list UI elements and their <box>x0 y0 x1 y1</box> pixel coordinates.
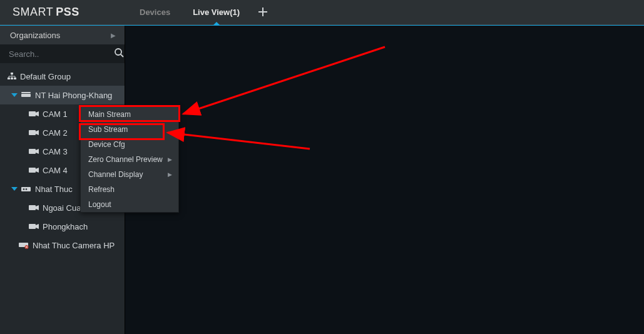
logo-text-2: PSS <box>56 6 79 19</box>
svg-rect-4 <box>11 78 13 79</box>
svg-rect-6 <box>21 94 31 97</box>
tree-label: Nhat Thuc Camera HP <box>33 241 115 250</box>
tab-label: Live View(1) <box>193 8 240 17</box>
logo-text-1: SMART <box>13 6 53 19</box>
organizations-header[interactable]: Organizations ▶ <box>0 26 125 44</box>
chevron-right-icon: ▶ <box>168 171 172 178</box>
search-input[interactable] <box>9 49 114 59</box>
ctx-main-stream[interactable]: Main Stream <box>81 107 178 122</box>
svg-rect-3 <box>8 78 10 79</box>
video-view-area[interactable] <box>125 26 644 334</box>
organizations-label: Organizations <box>10 31 60 40</box>
chevron-right-icon: ▶ <box>168 156 172 163</box>
top-bar: SMART PSS Devices Live View(1) <box>0 0 644 25</box>
camera-icon <box>29 167 39 173</box>
svg-rect-7 <box>21 92 31 93</box>
expand-icon <box>11 187 18 191</box>
tree-node-nvr[interactable]: NT Hai Phong-Khang <box>0 86 125 104</box>
tab-bar: Devices Live View(1) <box>128 0 275 24</box>
ctx-label: Main Stream <box>88 110 131 119</box>
svg-rect-8 <box>29 111 36 116</box>
tree-label: CAM 3 <box>43 147 68 156</box>
app-logo: SMART PSS <box>0 6 128 19</box>
tree-label: CAM 4 <box>43 166 68 175</box>
device-icon <box>21 186 31 192</box>
ctx-label: Sub Stream <box>88 125 128 134</box>
device-offline-icon <box>19 241 29 249</box>
svg-rect-9 <box>29 130 36 135</box>
ctx-logout[interactable]: Logout <box>81 197 178 212</box>
device-icon <box>21 92 31 98</box>
tab-live-view[interactable]: Live View(1) <box>181 0 251 24</box>
ctx-label: Device Cfg <box>88 140 125 149</box>
tab-devices[interactable]: Devices <box>128 0 181 24</box>
tree-label: Nhat Thuc <box>35 185 73 194</box>
tab-label: Devices <box>140 8 170 17</box>
search-icon[interactable] <box>114 48 124 60</box>
search-row <box>0 44 125 63</box>
svg-line-1 <box>121 54 123 57</box>
sitemap-icon <box>8 73 16 80</box>
camera-icon <box>29 205 39 211</box>
camera-icon <box>29 148 39 154</box>
svg-rect-15 <box>29 205 36 210</box>
ctx-label: Refresh <box>88 185 115 194</box>
ctx-sub-stream[interactable]: Sub Stream <box>81 122 178 137</box>
camera-icon <box>29 129 39 136</box>
svg-point-14 <box>26 188 28 190</box>
svg-point-13 <box>23 188 25 190</box>
svg-rect-16 <box>29 224 36 229</box>
chevron-right-icon: ▶ <box>111 32 116 39</box>
svg-point-0 <box>115 49 121 55</box>
tree-node-camera[interactable]: Phongkhach <box>0 217 125 236</box>
svg-rect-5 <box>14 78 16 79</box>
svg-rect-2 <box>11 73 13 74</box>
camera-icon <box>29 111 39 117</box>
plus-icon <box>258 5 267 19</box>
svg-rect-10 <box>29 149 36 154</box>
add-tab-button[interactable] <box>251 0 275 24</box>
tree-label: CAM 2 <box>43 128 68 138</box>
ctx-zero-channel-preview[interactable]: Zero Channel Preview ▶ <box>81 152 178 167</box>
tree-label: CAM 1 <box>43 109 68 119</box>
tree-node-nvr-offline[interactable]: Nhat Thuc Camera HP <box>0 236 125 255</box>
ctx-channel-display[interactable]: Channel Display ▶ <box>81 167 178 182</box>
expand-icon <box>11 93 18 97</box>
tree-label: NT Hai Phong-Khang <box>35 91 112 100</box>
camera-icon <box>29 223 39 230</box>
svg-rect-11 <box>29 168 36 173</box>
ctx-device-cfg[interactable]: Device Cfg <box>81 137 178 152</box>
ctx-label: Channel Display <box>88 170 143 179</box>
tree-label: Phongkhach <box>43 222 88 231</box>
ctx-label: Logout <box>88 200 111 209</box>
context-menu: Main Stream Sub Stream Device Cfg Zero C… <box>80 106 179 213</box>
ctx-label: Zero Channel Preview <box>88 155 163 164</box>
ctx-refresh[interactable]: Refresh <box>81 182 178 197</box>
tree-root[interactable]: Default Group <box>0 67 125 86</box>
tree-label: Default Group <box>20 72 71 81</box>
